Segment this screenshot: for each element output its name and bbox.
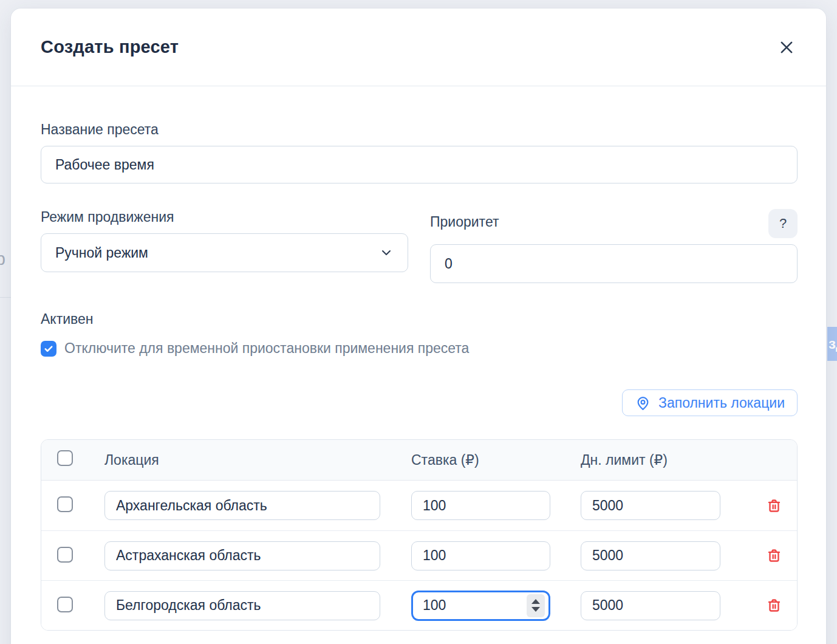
modal-body: Название пресета Режим продвижения Ручно… <box>11 86 826 631</box>
stepper-down-icon[interactable] <box>531 607 540 612</box>
fill-locations-label: Заполнить локации <box>658 395 785 411</box>
trash-icon <box>766 547 782 564</box>
delete-row-button[interactable] <box>764 595 785 616</box>
number-stepper[interactable] <box>527 594 545 617</box>
location-input[interactable] <box>104 541 380 570</box>
create-preset-modal: Создать пресет Название пресета Режим пр… <box>11 9 826 644</box>
stepper-up-icon[interactable] <box>531 599 540 604</box>
promotion-mode-value: Ручной режим <box>55 245 148 261</box>
header-daily-limit: Дн. лимит (₽) <box>581 452 751 468</box>
close-button[interactable] <box>775 36 798 59</box>
promotion-mode-label: Режим продвижения <box>41 209 408 225</box>
trash-icon <box>766 597 782 614</box>
checkmark-icon <box>43 343 54 354</box>
mode-priority-row: Режим продвижения Ручной режим Приоритет… <box>41 209 798 283</box>
rate-input[interactable] <box>411 491 550 520</box>
limit-input[interactable] <box>581 491 720 520</box>
limit-input[interactable] <box>581 541 720 570</box>
locations-table: Локация Ставка (₽) Дн. лимит (₽) <box>41 439 798 631</box>
table-row <box>41 530 797 580</box>
active-checkbox-row: Отключите для временной приостановки при… <box>41 340 798 357</box>
row-checkbox[interactable] <box>57 547 73 563</box>
limit-input[interactable] <box>581 591 720 620</box>
active-label: Активен <box>41 311 798 327</box>
rate-field <box>411 591 550 621</box>
location-pin-icon <box>635 395 651 411</box>
locations-table-header: Локация Ставка (₽) Дн. лимит (₽) <box>41 440 797 481</box>
background-text-fragment: пр <box>0 249 5 269</box>
active-checkbox[interactable] <box>41 341 56 357</box>
delete-row-button[interactable] <box>764 495 785 516</box>
chevron-down-icon <box>379 245 394 260</box>
rate-input[interactable] <box>411 541 550 570</box>
location-input[interactable] <box>104 491 380 520</box>
close-icon <box>777 38 796 57</box>
table-row <box>41 481 797 530</box>
modal-header: Создать пресет <box>11 9 826 86</box>
locations-table-body <box>41 481 797 630</box>
preset-name-label: Название пресета <box>41 122 798 138</box>
row-checkbox[interactable] <box>57 597 73 612</box>
table-row <box>41 580 797 630</box>
preset-name-input[interactable] <box>41 146 798 183</box>
priority-help-button[interactable]: ? <box>768 209 798 238</box>
promotion-mode-field: Режим продвижения Ручной режим <box>41 209 408 283</box>
background-button-fragment: зд <box>827 327 837 361</box>
rate-field <box>411 541 550 570</box>
promotion-mode-select[interactable]: Ручной режим <box>41 233 408 272</box>
rate-field <box>411 491 550 520</box>
priority-input[interactable] <box>430 244 798 283</box>
header-location: Локация <box>104 452 411 468</box>
active-checkbox-caption: Отключите для временной приостановки при… <box>64 340 469 357</box>
fill-locations-button[interactable]: Заполнить локации <box>622 389 798 416</box>
delete-row-button[interactable] <box>764 545 785 566</box>
select-all-checkbox[interactable] <box>57 450 73 466</box>
row-checkbox[interactable] <box>57 496 73 512</box>
modal-title: Создать пресет <box>41 37 179 57</box>
trash-icon <box>766 498 782 514</box>
header-rate: Ставка (₽) <box>411 452 581 468</box>
background-divider <box>0 297 11 298</box>
priority-label: Приоритет <box>430 214 499 230</box>
location-input[interactable] <box>104 591 380 620</box>
priority-field: Приоритет ? <box>430 209 798 283</box>
